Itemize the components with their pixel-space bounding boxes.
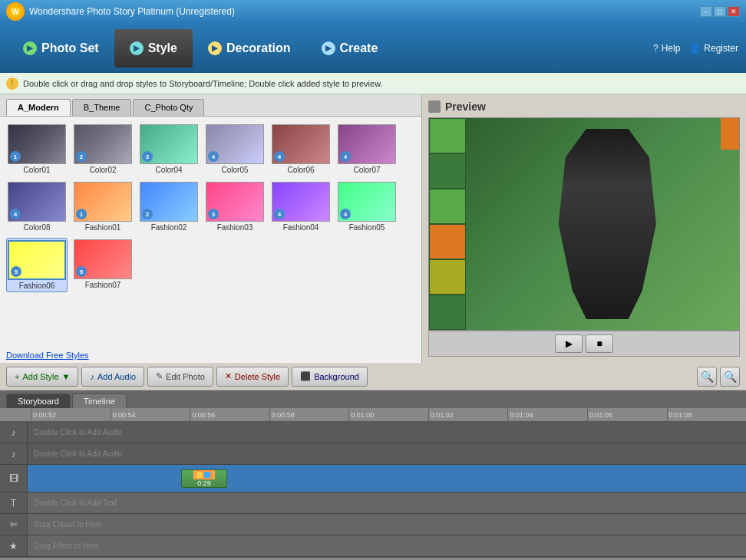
clipart-track-content[interactable]: Drag Clipart to Here: [28, 514, 746, 535]
style-label-fashion07: Fashion07: [85, 281, 121, 289]
infobar-message: Double click or drag and drop styles to …: [23, 79, 383, 88]
style-icon: ▶: [130, 41, 144, 55]
style-fashion02[interactable]: 2 Fashion02: [138, 180, 200, 233]
background-button[interactable]: ⬛ Background: [292, 367, 368, 387]
nav-style[interactable]: ▶ Style: [114, 29, 193, 68]
add-style-dropdown-icon: ▼: [62, 372, 71, 381]
style-fashion03[interactable]: 3 Fashion03: [204, 180, 266, 233]
effect-track-content[interactable]: Drag Effect to Here: [28, 535, 746, 556]
ruler-mark-1: 0:00:52: [31, 408, 111, 421]
video-clip[interactable]: 0:29: [181, 469, 227, 488]
add-audio-button[interactable]: ♪ Add Audio: [81, 367, 144, 387]
video-track-content[interactable]: 0:29: [28, 465, 746, 492]
timeline-section: Storyboard Timeline 0:00:52 0:00:54 0:00…: [0, 390, 746, 560]
text-track-content[interactable]: Double Click to Add Text: [28, 492, 746, 513]
style-color05[interactable]: 4 Color05: [204, 123, 266, 176]
photo-set-icon: ▶: [23, 41, 37, 55]
nav-photo-set[interactable]: ▶ Photo Set: [8, 29, 114, 68]
style-fashion01[interactable]: 1 Fashion01: [72, 180, 134, 233]
badge-color07: 4: [340, 151, 351, 162]
badge-color05: 4: [208, 151, 219, 162]
style-color07[interactable]: 4 Color07: [336, 123, 398, 176]
tab-b-theme[interactable]: B_Theme: [72, 99, 132, 116]
badge-color01: 1: [10, 151, 21, 162]
style-thumb-color01: 1: [8, 124, 66, 164]
preview-strip-right: [721, 118, 739, 150]
style-color06[interactable]: 4 Color06: [270, 123, 332, 176]
zoom-in-button[interactable]: 🔍: [720, 367, 740, 387]
style-label-fashion01: Fashion01: [85, 223, 121, 232]
style-thumb-fashion03: 3: [206, 182, 264, 222]
download-free-styles-link[interactable]: Download Free Styles: [0, 348, 421, 363]
badge-fashion07: 5: [76, 266, 87, 277]
ruler-mark-3: 0:00:56: [190, 408, 269, 421]
badge-fashion06: 5: [11, 266, 21, 277]
add-audio-icon: ♪: [90, 372, 94, 381]
preview-title: Preview: [445, 100, 486, 113]
stop-button[interactable]: ■: [586, 334, 613, 353]
text-track: T Double Click to Add Text: [0, 492, 746, 514]
style-color01[interactable]: 1 Color01: [6, 123, 68, 176]
zoom-out-button[interactable]: 🔍: [697, 367, 717, 387]
board-tabs: Storyboard Timeline: [0, 390, 746, 408]
style-color04[interactable]: 3 Color04: [138, 123, 200, 176]
info-icon: !: [6, 77, 18, 90]
nav-create[interactable]: ▶ Create: [306, 29, 394, 68]
register-button[interactable]: 👤 Register: [689, 43, 738, 54]
play-button[interactable]: ▶: [555, 334, 583, 353]
titlebar-left: W Wondershare Photo Story Platinum (Unre…: [6, 2, 235, 21]
style-fashion04[interactable]: 4 Fashion04: [270, 180, 332, 233]
nav-decoration[interactable]: ▶ Decoration: [193, 29, 306, 68]
audio-track-2-content[interactable]: Double Click to Add Audio: [28, 443, 746, 464]
tab-c-photo-qty[interactable]: C_Photo Qty: [133, 99, 204, 116]
maximize-button[interactable]: □: [714, 6, 726, 17]
minimize-button[interactable]: −: [700, 6, 712, 17]
delete-style-button[interactable]: ✕ Delete Style: [216, 367, 289, 387]
svg-rect-2: [204, 472, 210, 478]
style-label-fashion03: Fashion03: [217, 223, 253, 232]
clipart-track: ✄ Drag Clipart to Here: [0, 514, 746, 535]
bottom-scrollbar[interactable]: ◀ ▶: [0, 557, 746, 560]
audio-track-2-icon: ♪: [0, 443, 28, 464]
style-color08[interactable]: 4 Color08: [6, 180, 68, 233]
timeline-tab[interactable]: Timeline: [72, 394, 127, 408]
right-panel: Preview ▶ ■: [422, 94, 746, 363]
zoom-out-icon: 🔍: [701, 371, 714, 383]
style-color02[interactable]: 2 Color02: [72, 123, 134, 176]
add-style-button[interactable]: + Add Style ▼: [6, 367, 78, 387]
toolbar: + Add Style ▼ ♪ Add Audio ✎ Edit Photo ✕…: [0, 363, 746, 390]
add-style-label: Add Style: [22, 372, 58, 381]
help-button[interactable]: ? Help: [653, 43, 680, 54]
style-fashion07[interactable]: 5 Fashion07: [72, 238, 134, 292]
style-grid: 1 Color01 2 Color02 3 Color04 4 C: [0, 117, 421, 348]
edit-photo-button[interactable]: ✎ Edit Photo: [147, 367, 213, 387]
background-label: Background: [314, 372, 359, 381]
effect-track: ★ Drag Effect to Here: [0, 535, 746, 557]
register-icon: 👤: [689, 43, 701, 54]
style-fashion06[interactable]: 5 Fashion06: [6, 238, 68, 292]
ruler-mark-7: 0:01:04: [507, 408, 587, 421]
close-button[interactable]: ✕: [728, 6, 740, 17]
app-title: Wondershare Photo Story Platinum (Unregi…: [29, 6, 235, 17]
delete-style-label: Delete Style: [235, 372, 280, 381]
titlebar-controls: − □ ✕: [700, 6, 740, 17]
tab-a-modern[interactable]: A_Modern: [6, 99, 71, 116]
edit-photo-label: Edit Photo: [166, 372, 205, 381]
audio-track-1-content[interactable]: Double Click to Add Audio: [28, 422, 746, 443]
badge-fashion04: 4: [274, 209, 285, 219]
register-label: Register: [704, 43, 738, 54]
style-thumb-fashion07: 5: [74, 239, 132, 279]
audio-track-1: ♪ Double Click to Add Audio: [0, 422, 746, 443]
storyboard-tab[interactable]: Storyboard: [6, 394, 71, 408]
badge-fashion02: 2: [142, 209, 153, 219]
style-label-color08: Color08: [23, 223, 50, 232]
clip-thumb-image: [195, 470, 213, 479]
style-thumb-fashion04: 4: [272, 182, 330, 222]
style-thumb-fashion01: 1: [74, 182, 132, 222]
video-track-icon: 🎞: [0, 465, 28, 492]
badge-color02: 2: [76, 151, 87, 162]
ruler-mark-2: 0:00:54: [111, 408, 190, 421]
style-thumb-fashion02: 2: [140, 182, 198, 222]
style-fashion05[interactable]: 4 Fashion05: [336, 180, 398, 233]
edit-photo-icon: ✎: [156, 371, 163, 381]
